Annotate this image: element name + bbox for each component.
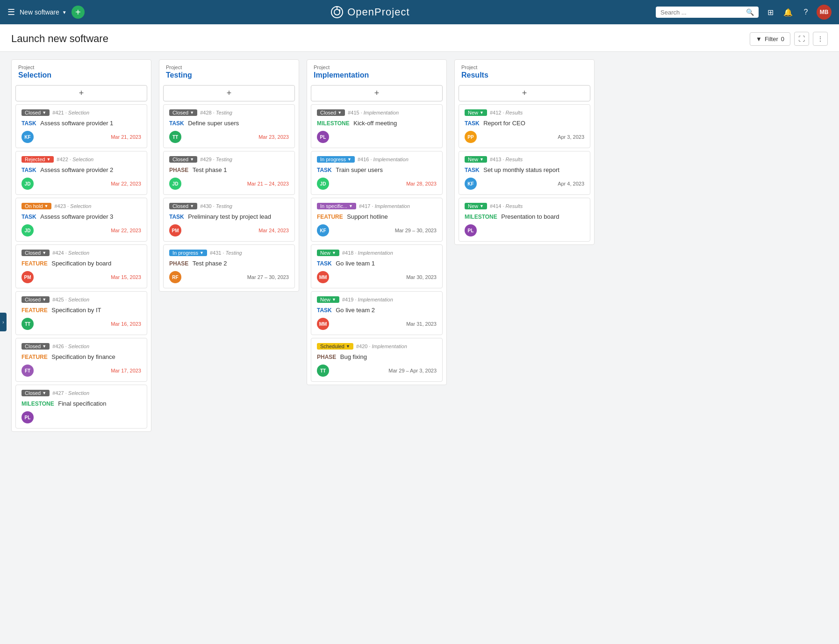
card[interactable]: New ▼ #419 · Implementation TASK Go live… bbox=[311, 291, 443, 335]
sidebar-toggle[interactable]: › bbox=[0, 313, 7, 331]
card-footer: JD Mar 22, 2023 bbox=[22, 178, 141, 190]
card[interactable]: Closed ▼ #430 · Testing TASK Preliminary… bbox=[163, 198, 295, 242]
add-card-button[interactable]: + bbox=[459, 85, 590, 101]
card-title-row: TASK Go live team 1 bbox=[317, 259, 437, 267]
status-dropdown-arrow: ▼ bbox=[42, 391, 46, 395]
logo-text: OpenProject bbox=[347, 6, 409, 18]
card[interactable]: In specific... ▼ #417 · Implementation F… bbox=[311, 198, 443, 242]
avatar: PM bbox=[22, 271, 34, 283]
work-name: Report for CEO bbox=[483, 120, 525, 127]
status-dropdown-arrow: ▼ bbox=[480, 157, 484, 162]
work-name: Presentation to board bbox=[501, 213, 559, 220]
status-badge[interactable]: New ▼ bbox=[465, 109, 487, 116]
add-button[interactable]: + bbox=[72, 6, 85, 19]
search-box[interactable]: 🔍 bbox=[656, 7, 759, 18]
status-badge[interactable]: Closed ▼ bbox=[317, 109, 345, 116]
project-selector[interactable]: New software ▼ bbox=[20, 8, 67, 16]
card-date: Mar 15, 2023 bbox=[111, 274, 141, 280]
card[interactable]: Closed ▼ #424 · Selection FEATURE Specif… bbox=[15, 244, 147, 288]
grid-icon[interactable]: ⊞ bbox=[763, 5, 777, 19]
avatar: PL bbox=[22, 411, 34, 423]
card[interactable]: New ▼ #413 · Results TASK Set up monthly… bbox=[459, 151, 590, 195]
column-testing: Project Testing + Closed ▼ #428 · Testin… bbox=[159, 59, 299, 292]
status-badge[interactable]: New ▼ bbox=[465, 203, 487, 209]
card-date: Apr 3, 2023 bbox=[558, 134, 584, 140]
work-name: Bug fixing bbox=[340, 353, 367, 360]
card[interactable]: Closed ▼ #425 · Selection FEATURE Specif… bbox=[15, 291, 147, 335]
status-dropdown-arrow: ▼ bbox=[337, 110, 342, 115]
card-top: New ▼ #413 · Results bbox=[465, 156, 584, 163]
card[interactable]: New ▼ #414 · Results MILESTONE Presentat… bbox=[459, 198, 590, 242]
card[interactable]: Scheduled ▼ #420 · Implementation PHASE … bbox=[311, 338, 443, 382]
add-card-button[interactable]: + bbox=[163, 85, 295, 101]
status-badge[interactable]: In progress ▼ bbox=[169, 250, 207, 256]
work-type: TASK bbox=[22, 167, 36, 173]
card[interactable]: Closed ▼ #426 · Selection FEATURE Specif… bbox=[15, 338, 147, 382]
status-badge[interactable]: New ▼ bbox=[317, 296, 339, 303]
status-badge[interactable]: Closed ▼ bbox=[22, 390, 50, 396]
status-badge[interactable]: In progress ▼ bbox=[317, 156, 355, 163]
card-title-row: TASK Set up monthly status report bbox=[465, 165, 584, 174]
status-dropdown-arrow: ▼ bbox=[190, 157, 194, 162]
status-badge[interactable]: Closed ▼ bbox=[22, 250, 50, 256]
card-footer: KF Mar 29 – 30, 2023 bbox=[317, 224, 437, 236]
status-badge[interactable]: In specific... ▼ bbox=[317, 203, 356, 209]
more-options-button[interactable]: ⋮ bbox=[813, 32, 828, 46]
status-badge[interactable]: New ▼ bbox=[465, 156, 487, 163]
card[interactable]: New ▼ #418 · Implementation TASK Go live… bbox=[311, 244, 443, 288]
card[interactable]: New ▼ #412 · Results TASK Report for CEO… bbox=[459, 104, 590, 148]
card-title-row: TASK Preliminary test by project lead bbox=[169, 212, 289, 221]
status-badge[interactable]: Closed ▼ bbox=[169, 109, 197, 116]
column-header: Project Testing bbox=[159, 60, 299, 82]
status-badge[interactable]: On hold ▼ bbox=[22, 203, 51, 209]
card-meta: #415 · Implementation bbox=[348, 110, 399, 115]
card[interactable]: Closed ▼ #428 · Testing TASK Define supe… bbox=[163, 104, 295, 148]
filter-button[interactable]: ▼ Filter 0 bbox=[750, 32, 790, 46]
card[interactable]: In progress ▼ #416 · Implementation TASK… bbox=[311, 151, 443, 195]
card[interactable]: Closed ▼ #415 · Implementation MILESTONE… bbox=[311, 104, 443, 148]
status-badge[interactable]: Scheduled ▼ bbox=[317, 343, 353, 350]
status-badge[interactable]: Closed ▼ bbox=[22, 296, 50, 303]
work-type: MILESTONE bbox=[465, 214, 497, 220]
status-badge[interactable]: Rejected ▼ bbox=[22, 156, 54, 163]
work-type: TASK bbox=[317, 260, 332, 267]
card[interactable]: On hold ▼ #423 · Selection TASK Assess s… bbox=[15, 198, 147, 242]
column-label: Project bbox=[461, 64, 588, 70]
card[interactable]: Closed ▼ #429 · Testing PHASE Test phase… bbox=[163, 151, 295, 195]
card-title-row: MILESTONE Final specification bbox=[22, 399, 141, 408]
card-meta: #420 · Implementation bbox=[356, 343, 407, 349]
work-type: TASK bbox=[169, 214, 184, 220]
work-name: Define super users bbox=[188, 120, 239, 127]
column-label: Project bbox=[314, 64, 440, 70]
card-title-row: TASK Assess software provider 1 bbox=[22, 119, 141, 127]
card-meta: #426 · Selection bbox=[52, 343, 89, 349]
avatar: KF bbox=[465, 178, 477, 190]
card-footer: PM Mar 15, 2023 bbox=[22, 271, 141, 283]
status-badge[interactable]: New ▼ bbox=[317, 250, 339, 256]
add-card-button[interactable]: + bbox=[15, 85, 147, 101]
avatar[interactable]: MB bbox=[817, 5, 832, 20]
status-badge[interactable]: Closed ▼ bbox=[169, 156, 197, 163]
card[interactable]: Closed ▼ #421 · Selection TASK Assess so… bbox=[15, 104, 147, 148]
status-badge[interactable]: Closed ▼ bbox=[169, 203, 197, 209]
avatar: TT bbox=[169, 131, 181, 143]
card[interactable]: Closed ▼ #427 · Selection MILESTONE Fina… bbox=[15, 385, 147, 429]
project-name: New software bbox=[20, 8, 59, 16]
search-input[interactable] bbox=[660, 9, 743, 16]
card-date: Mar 28, 2023 bbox=[406, 181, 437, 186]
card[interactable]: Rejected ▼ #422 · Selection TASK Assess … bbox=[15, 151, 147, 195]
work-name: Set up monthly status report bbox=[483, 166, 559, 173]
card[interactable]: In progress ▼ #431 · Testing PHASE Test … bbox=[163, 244, 295, 288]
status-badge[interactable]: Closed ▼ bbox=[22, 109, 50, 116]
card-meta: #412 · Results bbox=[490, 110, 523, 115]
avatar: JD bbox=[22, 224, 34, 236]
card-date: Mar 27 – 30, 2023 bbox=[247, 274, 289, 280]
add-card-button[interactable]: + bbox=[311, 85, 443, 101]
hamburger-icon[interactable]: ☰ bbox=[7, 7, 15, 17]
card-title-row: MILESTONE Kick-off meeting bbox=[317, 119, 437, 127]
work-name: Support hotline bbox=[347, 213, 387, 220]
fullscreen-button[interactable]: ⛶ bbox=[794, 32, 809, 46]
help-icon[interactable]: ? bbox=[799, 5, 813, 19]
status-badge[interactable]: Closed ▼ bbox=[22, 343, 50, 350]
bell-icon[interactable]: 🔔 bbox=[781, 5, 795, 19]
